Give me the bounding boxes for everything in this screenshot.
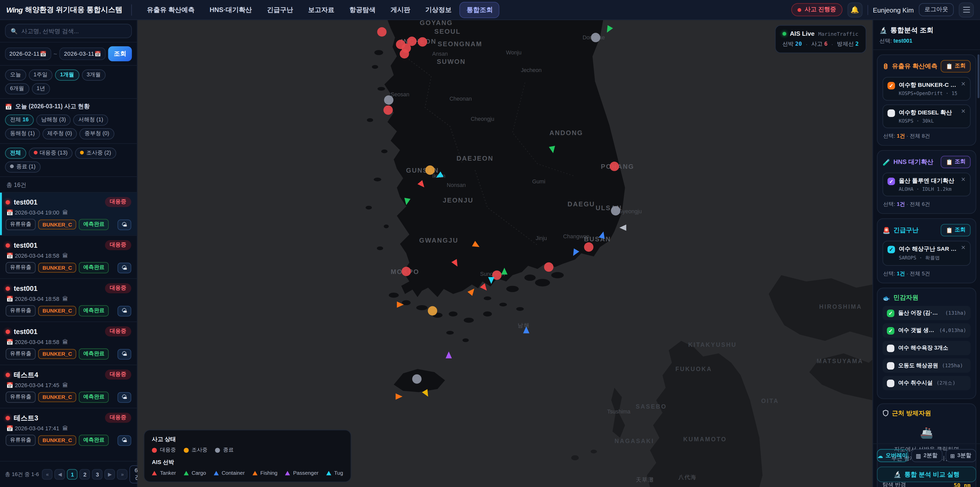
nav-item-1[interactable]: 유출유 확산예측 <box>141 2 201 18</box>
page-button-2[interactable]: 2 <box>80 469 90 480</box>
region-chip[interactable]: 중부청 (0) <box>80 128 114 139</box>
region-chip[interactable]: 동해청 (1) <box>5 128 40 139</box>
region-chip[interactable]: 서해청 (1) <box>73 114 108 126</box>
incident-marker[interactable] <box>584 242 593 252</box>
ais-ship-marker[interactable] <box>395 300 405 310</box>
quick-range-chip[interactable]: 6개월 <box>5 83 29 94</box>
weather-button[interactable]: 🌤 <box>118 392 131 402</box>
resource-checkbox[interactable]: ✓ <box>887 327 894 335</box>
ais-ship-marker[interactable] <box>394 391 404 401</box>
ais-ship-marker[interactable] <box>417 179 427 190</box>
incident-marker[interactable] <box>610 162 619 171</box>
incident-card[interactable]: 테스트4대응중📅 2026-03-04 17:45🏛유류유출BUNKER_C예측… <box>0 365 137 408</box>
nav-item-4[interactable]: 보고자료 <box>302 2 341 18</box>
close-icon[interactable]: ✕ <box>961 81 966 87</box>
ais-ship-marker[interactable] <box>521 325 531 335</box>
weather-button[interactable]: 🌤 <box>118 262 131 273</box>
date-to-input[interactable]: 2026-03-11 📅 <box>60 48 106 60</box>
resource-checkbox[interactable] <box>887 345 894 352</box>
quick-range-chip[interactable]: 3개월 <box>82 69 106 81</box>
view-mode-3[interactable]: ⊞3분할 <box>945 449 976 462</box>
analysis-item[interactable]: ✓여수 해상구난 SAR #12SAROPS · 확률맵✕ <box>883 241 970 266</box>
ais-ship-marker[interactable] <box>422 388 431 398</box>
resource-item[interactable]: ✓돌산 어장 (김·전복)(131ha) <box>883 306 970 320</box>
incident-marker[interactable] <box>401 267 411 276</box>
weather-button[interactable]: 🌤 <box>118 305 131 316</box>
ais-ship-marker[interactable] <box>444 350 454 360</box>
page-button-3[interactable]: 3 <box>92 469 103 480</box>
ais-ship-marker[interactable] <box>618 223 628 233</box>
notifications-button[interactable]: 🔔 <box>847 2 862 18</box>
nav-item-2[interactable]: HNS·대기확산 <box>204 2 258 18</box>
search-box[interactable]: 🔍 <box>5 24 132 38</box>
incident-inprogress-badge[interactable]: 사고 진행중 <box>792 3 842 16</box>
item-checkbox[interactable]: ✓ <box>888 178 895 185</box>
view-mode-2[interactable]: ▥2분할 <box>912 449 942 462</box>
status-chip[interactable]: 조사중 (2) <box>75 148 116 159</box>
quick-range-chip[interactable]: 1년 <box>32 83 50 94</box>
first-page-button[interactable]: « <box>42 469 53 480</box>
view-mode-1[interactable]: ☁오버레이 <box>877 449 908 462</box>
resource-checkbox[interactable]: ✓ <box>887 310 894 317</box>
resource-checkbox[interactable] <box>887 362 894 369</box>
weather-button[interactable]: 🌤 <box>118 219 131 230</box>
search-input[interactable] <box>21 27 126 35</box>
close-icon[interactable]: ✕ <box>961 109 966 114</box>
query-button[interactable]: 📋조회 <box>941 60 971 72</box>
nav-item-6[interactable]: 게시판 <box>384 2 417 18</box>
incident-card[interactable]: test001대응중📅 2026-03-04 18:58🏛유류유출BUNKER_… <box>0 235 137 278</box>
incident-marker[interactable] <box>425 166 435 175</box>
ais-ship-marker[interactable] <box>597 230 608 240</box>
nav-item-5[interactable]: 항공탐색 <box>343 2 382 18</box>
resource-item[interactable]: 오동도 해상공원(125ha) <box>883 358 970 373</box>
weather-button[interactable]: 🌤 <box>118 348 131 359</box>
nav-item-8[interactable]: 통합조회 <box>460 2 499 18</box>
nav-item-3[interactable]: 긴급구난 <box>261 2 299 18</box>
incident-marker[interactable] <box>383 105 393 115</box>
incident-marker[interactable] <box>591 33 600 42</box>
incident-marker[interactable] <box>377 27 387 37</box>
ais-ship-marker[interactable] <box>467 287 477 297</box>
ais-ship-marker[interactable] <box>604 24 614 35</box>
incident-card[interactable]: test001대응중📅 2026-03-04 18:58🏛유류유출BUNKER_… <box>0 321 137 365</box>
status-chip[interactable]: 종료 (1) <box>5 161 41 172</box>
panel-scrollbar[interactable] <box>977 54 979 98</box>
ais-ship-marker[interactable] <box>479 283 489 293</box>
resource-checkbox[interactable] <box>887 380 894 387</box>
analysis-item[interactable]: ✓울산 톨루엔 대기확산ALOHA · IDLH 1.2km✕ <box>883 172 970 196</box>
ais-ship-marker[interactable] <box>434 171 444 181</box>
quick-range-chip[interactable]: 1주일 <box>29 69 52 81</box>
region-chip[interactable]: 제주청 (0) <box>42 128 77 139</box>
prev-page-button[interactable]: ◀ <box>55 469 65 480</box>
date-query-button[interactable]: 조회 <box>108 46 132 61</box>
incident-card[interactable]: 테스트3대응중📅 2026-03-04 17:41🏛유류유출BUNKER_C예측… <box>0 408 137 451</box>
item-checkbox[interactable]: ✓ <box>888 82 895 89</box>
ais-ship-marker[interactable] <box>451 258 461 268</box>
analysis-item[interactable]: 여수항 DIESEL 확산KOSPS · 30kL✕ <box>883 104 970 128</box>
resource-item[interactable]: ✓여수 갯벌 생태계(4,013ha) <box>883 323 970 338</box>
incident-marker[interactable] <box>384 95 393 105</box>
item-checkbox[interactable] <box>888 110 895 117</box>
resource-item[interactable]: 여수 해수욕장 3개소 <box>883 341 970 355</box>
analysis-item[interactable]: ✓여수항 BUNKER-C 확산KOSPS+OpenDrift · 150kL✕ <box>883 77 970 101</box>
query-button[interactable]: 📋조회 <box>941 224 971 236</box>
logout-button[interactable]: 로그아웃 <box>919 3 954 16</box>
close-icon[interactable]: ✕ <box>961 245 966 251</box>
date-from-input[interactable]: 2026-02-11 📅 <box>5 48 51 60</box>
incident-marker[interactable] <box>544 262 554 272</box>
ais-ship-marker[interactable] <box>402 196 412 206</box>
ais-ship-marker[interactable] <box>500 267 509 276</box>
incident-marker[interactable] <box>407 37 417 46</box>
incident-marker[interactable] <box>418 37 427 47</box>
nav-item-7[interactable]: 기상정보 <box>419 2 458 18</box>
region-chip[interactable]: 전체 16 <box>5 114 34 126</box>
page-button-1[interactable]: 1 <box>67 469 78 480</box>
close-icon[interactable]: ✕ <box>961 177 966 183</box>
map-canvas[interactable]: GOYANGSEOULINCHEONSEONGNAMAnsanSUWONWonj… <box>138 20 873 487</box>
ais-ship-marker[interactable] <box>471 240 481 250</box>
incident-card[interactable]: test001대응중📅 2026-03-04 18:58🏛유류유출BUNKER_… <box>0 278 137 321</box>
incident-marker[interactable] <box>400 49 409 59</box>
menu-button[interactable] <box>959 2 974 18</box>
weather-button[interactable]: 🌤 <box>118 435 131 445</box>
query-button[interactable]: 📋조회 <box>941 156 971 168</box>
